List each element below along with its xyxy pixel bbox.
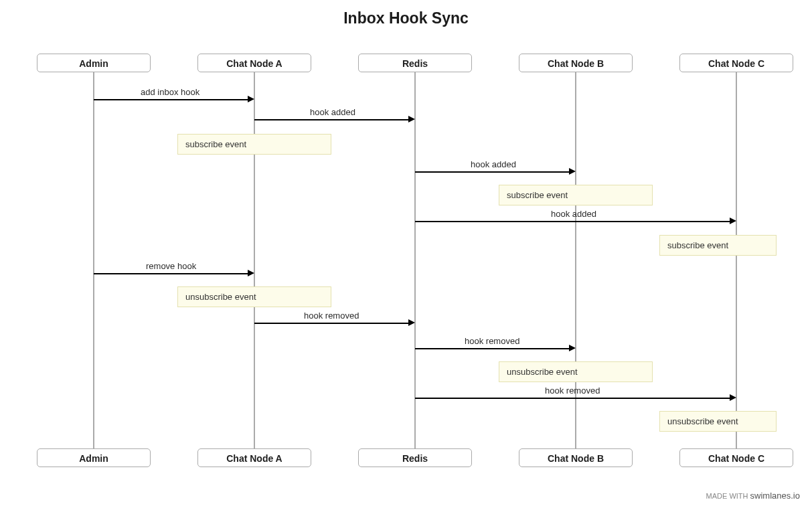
message-arrow — [254, 119, 408, 120]
participant-top-nodeA: Chat Node A — [197, 54, 311, 72]
lifeline-nodeC — [736, 72, 737, 448]
participant-bottom-nodeB: Chat Node B — [519, 448, 633, 467]
message-arrow — [415, 221, 730, 222]
message-label: add inbox hook — [141, 87, 199, 97]
note-box: unsubscribe event — [499, 361, 653, 382]
note-box: unsubscribe event — [177, 286, 331, 307]
arrowhead-icon — [730, 394, 736, 401]
note-box: subscribe event — [499, 185, 653, 205]
footer-prefix: MADE WITH — [706, 492, 748, 500]
message-arrow — [254, 323, 408, 324]
lifeline-admin — [93, 72, 94, 448]
lifeline-nodeA — [254, 72, 255, 448]
message-arrow — [415, 348, 569, 349]
message-label: hook added — [310, 107, 355, 117]
arrowhead-icon — [248, 270, 254, 276]
message-label: hook removed — [545, 386, 600, 396]
participant-top-nodeB: Chat Node B — [519, 54, 633, 72]
participant-top-admin: Admin — [37, 54, 151, 72]
diagram-title: Inbox Hook Sync — [0, 9, 812, 27]
participant-bottom-admin: Admin — [37, 448, 151, 467]
participant-top-redis: Redis — [358, 54, 472, 72]
note-box: unsubscribe event — [659, 411, 777, 432]
arrowhead-icon — [248, 96, 254, 102]
message-label: hook added — [471, 159, 516, 169]
message-label: hook removed — [465, 336, 519, 346]
arrowhead-icon — [408, 116, 415, 122]
lifeline-redis — [414, 72, 416, 448]
arrowhead-icon — [408, 319, 415, 326]
message-label: hook removed — [304, 311, 359, 321]
participant-bottom-redis: Redis — [358, 448, 472, 467]
message-arrow — [415, 171, 569, 173]
message-arrow — [94, 273, 248, 274]
note-box: subscribe event — [659, 235, 777, 256]
note-box: subscribe event — [177, 134, 331, 155]
arrowhead-icon — [569, 168, 576, 175]
participant-top-nodeC: Chat Node C — [679, 54, 793, 72]
footer-attribution: MADE WITH swimlanes.io — [706, 491, 800, 501]
message-arrow — [415, 398, 730, 399]
participant-bottom-nodeA: Chat Node A — [197, 448, 311, 467]
sequence-diagram: Inbox Hook Sync Admin Chat Node A Redis … — [0, 0, 812, 506]
arrowhead-icon — [730, 218, 736, 224]
message-arrow — [94, 99, 248, 100]
footer-brand: swimlanes.io — [750, 491, 800, 501]
arrowhead-icon — [569, 345, 576, 351]
participant-bottom-nodeC: Chat Node C — [679, 448, 793, 467]
message-label: hook added — [551, 209, 596, 219]
message-label: remove hook — [146, 261, 196, 271]
